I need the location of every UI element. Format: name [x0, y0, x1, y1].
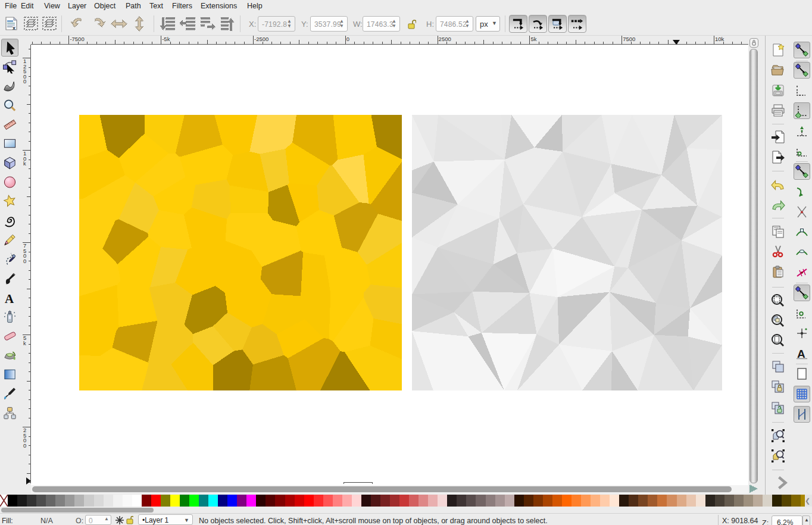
svg-text:x: x: [13, 25, 15, 31]
svg-text:A: A: [5, 292, 14, 305]
